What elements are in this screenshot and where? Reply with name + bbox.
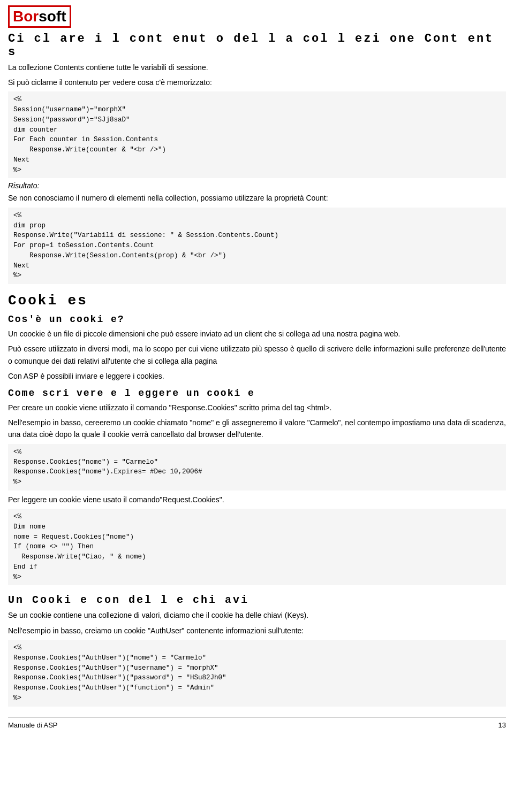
code-block-2: <% dim prop Response.Write("Variabili di… xyxy=(8,208,506,284)
page-title: Ci cl are i l cont enut o del l a col l … xyxy=(8,32,506,59)
section1-text: Si può ciclarne il contenuto per vedere … xyxy=(8,76,506,88)
code-block-3: <% Response.Cookies("nome") = "Carmelo" … xyxy=(8,444,506,491)
code-block-5: <% Response.Cookies("AuthUser")("nome") … xyxy=(8,640,506,707)
risultato-label: Risultato: xyxy=(8,181,506,190)
cookies-sub1: Cos'è un cooki e? xyxy=(8,314,506,325)
code-block-4: <% Dim nome nome = Request.Cookies("nome… xyxy=(8,509,506,585)
page-footer: Manuale di ASP 13 xyxy=(8,717,506,729)
cookies-title: Cooki es xyxy=(8,293,506,309)
cookies-text3: Con ASP è possibili inviare e leggere i … xyxy=(8,370,506,382)
code-block-1: <% Session("username")="morphX" Session(… xyxy=(8,91,506,178)
logo-area: Bor soft xyxy=(8,5,506,28)
cookies-text5: Nell'esempio in basso, cereeremo un cook… xyxy=(8,417,506,441)
cookies-text6: Per leggere un cookie viene usato il com… xyxy=(8,494,506,505)
logo-brand2: soft xyxy=(39,8,66,25)
cookies-text7: Se un cookie contiene una collezione di … xyxy=(8,609,506,621)
footer-left: Manuale di ASP xyxy=(8,721,58,729)
logo-box: Bor soft xyxy=(8,5,71,28)
footer-right: 13 xyxy=(498,721,506,729)
cookies-text8: Nell'esempio in basso, creiamo un cookie… xyxy=(8,625,506,637)
cookies-text1: Un coockie è un file di piccole dimensio… xyxy=(8,328,506,340)
cookies-sub3: Un Cooki e con del l e chi avi xyxy=(8,594,506,606)
cookies-sub2: Come scri vere e l eggere un cooki e xyxy=(8,388,506,399)
text-after-risultato: Se non conosciamo il numero di elementi … xyxy=(8,192,506,204)
cookies-text2: Può essere utilizzato in diversi modi, m… xyxy=(8,343,506,367)
intro-text: La collezione Contents contiene tutte le… xyxy=(8,62,506,73)
cookies-text4: Per creare un cookie viene utilizzato il… xyxy=(8,402,506,413)
logo-brand: Bor xyxy=(13,8,39,25)
